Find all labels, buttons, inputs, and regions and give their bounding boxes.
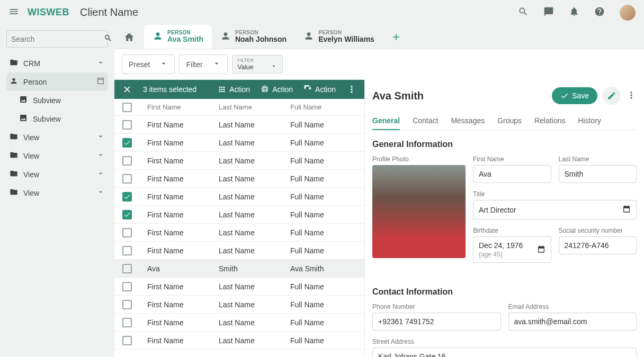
search-icon[interactable]: [518, 6, 529, 19]
filter-select[interactable]: Filter: [179, 54, 227, 74]
detail-tabs: GeneralContactMessagesGroupsRelationsHis…: [372, 112, 637, 130]
sidebar-item-subview[interactable]: Subview: [6, 91, 108, 109]
search-input[interactable]: [11, 35, 104, 43]
row-checkbox[interactable]: [122, 336, 132, 345]
filter-value-text: Value: [238, 63, 254, 71]
sidebar-item-label: CRM: [23, 59, 40, 68]
sidebar-item-person[interactable]: Person: [6, 72, 108, 91]
table-row[interactable]: First NameLast NameFull Name: [114, 188, 364, 206]
user-avatar[interactable]: [620, 5, 636, 21]
sidebar-item-crm[interactable]: CRM: [6, 54, 108, 72]
person-icon: [153, 31, 163, 43]
help-icon[interactable]: [594, 6, 605, 19]
detail-tab-general[interactable]: General: [372, 112, 400, 130]
sidebar: CRMPersonSubviewSubviewViewViewViewView: [0, 25, 114, 357]
table-row[interactable]: First NameLast NameFull Name: [114, 332, 364, 350]
cell-full-name: Full Name: [283, 157, 362, 165]
table-row[interactable]: First NameLast NameFull Name: [114, 152, 364, 170]
add-tab-button[interactable]: [383, 25, 409, 49]
tab-noah-johnson[interactable]: PERSONNoah Johnson: [212, 25, 295, 49]
chat-icon[interactable]: [543, 6, 554, 19]
row-checkbox[interactable]: [122, 282, 132, 291]
row-checkbox[interactable]: [122, 300, 132, 309]
detail-tab-relations[interactable]: Relations: [534, 112, 565, 130]
clear-selection[interactable]: [122, 84, 132, 95]
table-row[interactable]: AvaSmithAva Smith: [114, 260, 364, 278]
ssn-field[interactable]: 241276-A746: [559, 236, 637, 254]
detail-more[interactable]: [626, 90, 637, 102]
cell-last-name: Last Name: [211, 210, 283, 219]
table-row[interactable]: First NameLast NameFull Name: [114, 224, 364, 242]
menu-icon[interactable]: [8, 6, 21, 19]
detail-tab-contact[interactable]: Contact: [413, 112, 438, 130]
row-checkbox[interactable]: [122, 228, 132, 237]
table-row[interactable]: First NameLast NameFull Name: [114, 242, 364, 260]
bell-icon[interactable]: [569, 6, 579, 19]
profile-photo[interactable]: [372, 165, 466, 258]
selection-count: 3 items selected: [143, 85, 196, 94]
home-tab[interactable]: [114, 25, 144, 49]
sidebar-item-view[interactable]: View: [6, 165, 108, 184]
row-checkbox[interactable]: [122, 264, 132, 273]
image-icon: [19, 114, 28, 124]
cell-first-name: First Name: [140, 300, 211, 309]
birthdate-field[interactable]: Dec 24, 1976 (age 45): [473, 236, 551, 263]
row-checkbox[interactable]: [122, 210, 132, 219]
phone-field[interactable]: +92361 7491752: [372, 313, 501, 331]
row-checkbox[interactable]: [122, 246, 132, 255]
detail-tab-groups[interactable]: Groups: [497, 112, 522, 130]
row-checkbox[interactable]: [122, 138, 132, 148]
select-all-checkbox[interactable]: [122, 103, 132, 112]
last-name-field[interactable]: Smith: [559, 165, 637, 183]
header-full-name[interactable]: Full Name: [283, 103, 362, 111]
sidebar-item-subview[interactable]: Subview: [6, 109, 108, 128]
header-first-name[interactable]: First Name: [140, 103, 211, 111]
save-button[interactable]: Save: [552, 87, 597, 104]
filter-value[interactable]: FILTER Value: [232, 55, 283, 74]
table-row[interactable]: First NameLast NameFull Name: [114, 296, 364, 314]
row-checkbox[interactable]: [122, 120, 132, 130]
search-icon[interactable]: [104, 34, 112, 44]
sidebar-item-view[interactable]: View: [6, 184, 108, 202]
cell-full-name: Full Name: [283, 300, 362, 309]
chevron-down-icon: [96, 169, 105, 179]
action-3[interactable]: Action: [303, 85, 336, 94]
tab-ava-smith[interactable]: PERSONAva Smith: [144, 25, 212, 49]
sidebar-item-view[interactable]: View: [6, 147, 108, 165]
table-row[interactable]: First NameLast NameFull Name: [114, 206, 364, 224]
general-section: General Information Profile Photo First …: [372, 140, 637, 278]
row-checkbox[interactable]: [122, 156, 132, 166]
header-last-name[interactable]: Last Name: [211, 103, 283, 111]
cell-full-name: Full Name: [283, 282, 362, 291]
cell-last-name: Smith: [211, 264, 283, 273]
view-icon: [96, 77, 105, 87]
calendar-icon: [537, 245, 545, 255]
row-checkbox[interactable]: [122, 192, 132, 202]
row-checkbox[interactable]: [122, 174, 132, 184]
tab-name: Noah Johnson: [235, 35, 287, 43]
table-row[interactable]: First NameLast NameFull Name: [114, 314, 364, 332]
cell-full-name: Full Name: [283, 336, 362, 345]
table-row[interactable]: First NameLast NameFull Name: [114, 134, 364, 152]
more-actions[interactable]: [346, 84, 357, 95]
cell-full-name: Full Name: [283, 121, 362, 129]
action-1[interactable]: Action: [218, 85, 250, 94]
title-field[interactable]: Art Director: [473, 200, 637, 219]
tab-evelyn-williams[interactable]: PERSONEvelyn Williams: [295, 25, 383, 49]
sidebar-item-view[interactable]: View: [6, 128, 108, 147]
row-checkbox[interactable]: [122, 318, 132, 327]
detail-tab-history[interactable]: History: [578, 112, 602, 130]
table-row[interactable]: First NameLast NameFull Name: [114, 116, 364, 134]
edit-button[interactable]: [603, 87, 621, 105]
street-field[interactable]: Karl Johans Gate 16: [372, 347, 637, 357]
email-field[interactable]: ava.smith@email.com: [508, 313, 637, 331]
person-icon: [303, 31, 314, 43]
table-row[interactable]: First NameLast NameFull Name: [114, 278, 364, 296]
action-2[interactable]: Action: [261, 85, 293, 94]
sidebar-search[interactable]: [6, 30, 108, 48]
detail-tab-messages[interactable]: Messages: [451, 112, 485, 130]
preset-select[interactable]: Preset: [122, 54, 175, 74]
table-row[interactable]: First NameLast NameFull Name: [114, 170, 364, 188]
first-name-field[interactable]: Ava: [473, 165, 551, 183]
chevron-down-icon: [271, 63, 277, 71]
